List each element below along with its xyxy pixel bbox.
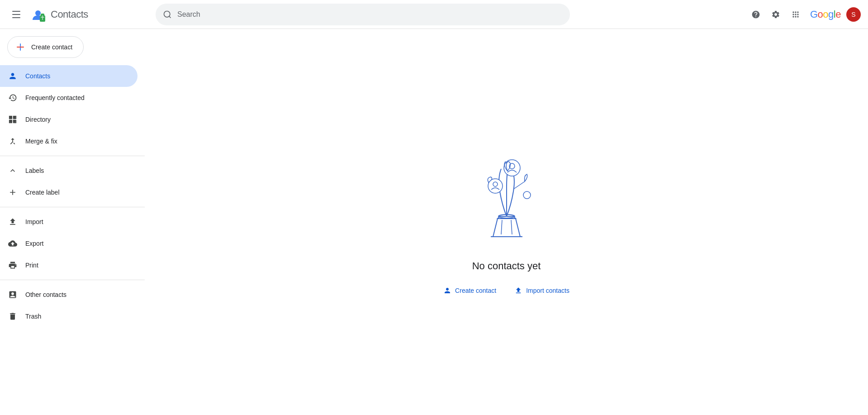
sidebar-item-other-contacts-label: Other contacts	[25, 291, 66, 298]
create-label-item[interactable]: Create label	[0, 181, 145, 203]
sidebar-item-contacts[interactable]: Contacts	[0, 65, 138, 87]
menu-button[interactable]	[7, 5, 25, 24]
svg-rect-8	[17, 47, 24, 48]
labels-header[interactable]: Labels	[0, 160, 145, 181]
sidebar-divider-1	[0, 156, 145, 156]
app-title: Contacts	[51, 9, 88, 20]
apps-button[interactable]	[787, 5, 805, 24]
search-icon	[163, 10, 172, 19]
svg-line-16	[511, 220, 512, 234]
create-contact-link-icon	[443, 286, 451, 295]
user-avatar-button[interactable]: S	[846, 7, 861, 22]
import-contacts-link-icon	[514, 286, 522, 295]
cloud-upload-icon	[7, 238, 18, 249]
person-icon	[7, 71, 18, 81]
contact-other-icon	[7, 289, 18, 300]
google-logo: Google	[810, 9, 841, 20]
sidebar-item-frequently-contacted-label: Frequently contacted	[25, 94, 85, 101]
labels-header-text: Labels	[25, 167, 44, 174]
sidebar-divider-2	[0, 207, 145, 207]
svg-line-15	[501, 220, 502, 234]
create-label-text: Create label	[25, 189, 60, 196]
settings-icon	[771, 10, 780, 19]
header-left: Contacts	[7, 5, 152, 24]
content-area: No contacts yet Create contact Import co…	[145, 29, 868, 415]
svg-point-5	[164, 11, 170, 17]
sidebar-item-print-label: Print	[25, 262, 38, 269]
import-contacts-link-text: Import contacts	[526, 287, 569, 294]
trash-icon	[7, 311, 18, 322]
app-header: Contacts Google S	[0, 0, 868, 29]
create-contact-label: Create contact	[31, 43, 72, 51]
sidebar-item-import-label: Import	[25, 218, 43, 225]
import-contacts-link[interactable]: Import contacts	[511, 283, 573, 298]
svg-point-19	[488, 179, 503, 193]
upload-icon	[7, 216, 18, 227]
create-contact-plus-icon	[15, 42, 26, 52]
grid-icon	[7, 114, 18, 125]
hamburger-icon	[12, 11, 20, 18]
google-apps-icon	[791, 10, 800, 19]
main-body: Create contact Contacts Frequently conta…	[0, 29, 868, 415]
empty-contacts-illustration	[461, 146, 552, 246]
sidebar-item-trash[interactable]: Trash	[0, 305, 138, 327]
header-right: Google S	[747, 5, 861, 24]
svg-line-6	[169, 16, 171, 18]
sidebar-item-print[interactable]: Print	[0, 254, 138, 276]
merge-icon	[7, 136, 18, 147]
app-icon	[29, 5, 47, 24]
sidebar-item-export[interactable]: Export	[0, 233, 138, 254]
settings-button[interactable]	[767, 5, 785, 24]
search-bar-wrapper	[156, 4, 570, 25]
search-input[interactable]	[177, 10, 563, 19]
sidebar-item-trash-label: Trash	[25, 313, 41, 320]
sidebar-item-other-contacts[interactable]: Other contacts	[0, 284, 138, 305]
svg-point-0	[35, 10, 41, 16]
help-icon	[751, 10, 760, 19]
history-icon	[7, 92, 18, 103]
empty-actions: Create contact Import contacts	[440, 283, 573, 298]
expand-less-icon	[7, 165, 18, 176]
add-label-icon	[7, 187, 18, 198]
sidebar-item-merge-fix-label: Merge & fix	[25, 138, 57, 145]
print-icon	[7, 260, 18, 271]
contacts-app-icon	[31, 7, 45, 22]
sidebar-item-export-label: Export	[25, 240, 43, 247]
sidebar: Create contact Contacts Frequently conta…	[0, 29, 145, 415]
sidebar-item-import[interactable]: Import	[0, 211, 138, 233]
google-plus-icon	[16, 43, 25, 52]
search-bar[interactable]	[156, 4, 570, 25]
create-contact-link[interactable]: Create contact	[440, 283, 500, 298]
sidebar-item-contacts-label: Contacts	[25, 72, 50, 80]
help-button[interactable]	[747, 5, 765, 24]
sidebar-divider-3	[0, 280, 145, 280]
sidebar-item-frequently-contacted[interactable]: Frequently contacted	[0, 87, 138, 109]
sidebar-item-directory-label: Directory	[25, 116, 51, 123]
create-contact-link-text: Create contact	[455, 287, 496, 294]
sidebar-item-directory[interactable]: Directory	[0, 109, 138, 130]
create-contact-button[interactable]: Create contact	[7, 36, 84, 58]
sidebar-item-merge-fix[interactable]: Merge & fix	[0, 130, 138, 152]
no-contacts-text: No contacts yet	[472, 260, 541, 272]
svg-point-21	[523, 191, 531, 199]
